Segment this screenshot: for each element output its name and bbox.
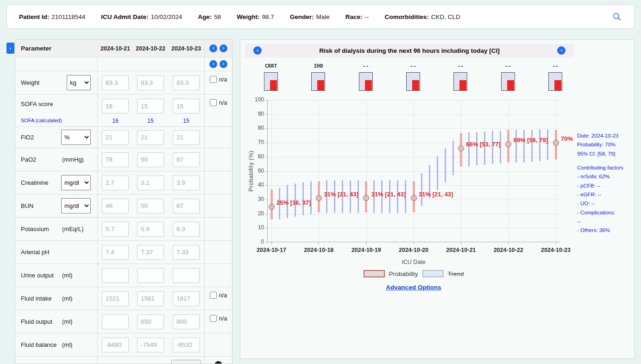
input-weight-2024-10-23[interactable]	[173, 75, 200, 90]
na-label-fluid-intake: n/a	[219, 292, 227, 299]
unit-label-fluid-intake: (ml)	[62, 295, 91, 302]
date-columns-prev-button[interactable]: ‹	[209, 44, 217, 52]
legend-swatch-trend[interactable]	[422, 270, 444, 277]
dialysis-icon-red-bar	[365, 80, 372, 90]
input-bun-2024-10-21[interactable]	[102, 199, 129, 213]
info-line-pcfb: - pCFB: --	[577, 182, 633, 190]
na-checkbox-fluid-intake[interactable]	[210, 292, 217, 299]
input-creatinine-2024-10-23[interactable]	[173, 176, 200, 190]
input-sofa-score-2024-10-21[interactable]	[102, 99, 129, 113]
probability-marker-2024-10-23[interactable]	[553, 140, 559, 146]
patient-field-icu-admit-date: ICU Admit Date:10/02/2024	[101, 13, 182, 20]
info-line-probability-7: Probability: 70%	[577, 140, 633, 149]
header-nav-cell: ‹›	[204, 40, 232, 57]
input-fluid-balance-2024-10-22[interactable]	[137, 338, 164, 352]
legend-label-probability[interactable]: Probability	[389, 270, 418, 277]
value-cell-fluid-balance	[133, 333, 168, 356]
probability-marker-2024-10-19[interactable]	[363, 195, 369, 201]
patient-field-label: Patient Id:	[19, 13, 49, 20]
sofa-calculated-value: 16	[98, 118, 133, 124]
unit-select-creatinine[interactable]: mg/dl	[61, 175, 91, 190]
input-sofa-score-2024-10-22[interactable]	[137, 99, 164, 113]
probability-marker-2024-10-22[interactable]	[505, 141, 511, 147]
date-columns-next-button[interactable]: ›	[220, 44, 227, 52]
chart-legend: ProbabilityTrend	[267, 270, 560, 277]
na-checkbox-weight[interactable]	[210, 76, 217, 83]
chart-next-button[interactable]: ›	[557, 46, 566, 55]
dialysis-type-label-5: --	[490, 63, 527, 69]
info-line-date-2024-10: Date: 2024-10-23	[577, 132, 633, 140]
input-weight-2024-10-21[interactable]	[102, 75, 129, 90]
date-columns-secondary-prev-button[interactable]: ‹	[209, 60, 217, 68]
input-fluid-intake-2024-10-23[interactable]	[173, 291, 200, 306]
unit-select-fio2[interactable]: %	[61, 130, 91, 145]
probability-marker-2024-10-18[interactable]	[316, 195, 322, 201]
dialysis-icon-red-bar	[412, 80, 419, 90]
input-fluid-intake-2024-10-21[interactable]	[102, 291, 129, 306]
param-row-pao2: PaO2(mmHg)	[15, 148, 232, 171]
param-label-cell-bun: BUNmg/dl	[15, 195, 98, 217]
subheader-empty-cell	[168, 57, 204, 71]
x-tick-mark	[509, 242, 509, 245]
input-pao2-2024-10-23[interactable]	[173, 152, 200, 167]
table-header-row: Parameter2024-10-212024-10-222024-10-23‹…	[15, 40, 232, 57]
collapse-left-panel-button[interactable]: ‹	[6, 43, 14, 54]
dialysis-type-label-1: IHD	[300, 63, 337, 69]
x-date-label: 2024-10-20	[391, 247, 436, 253]
param-row-urine-output: Urine output(ml)	[15, 264, 232, 287]
input-urine-output-2024-10-21[interactable]	[102, 268, 129, 283]
value-cell-creatinine	[168, 171, 204, 194]
gridline-vertical	[319, 100, 319, 242]
chart-prev-button[interactable]: ‹	[253, 46, 262, 55]
legend-label-trend[interactable]: Trend	[448, 270, 464, 277]
legend-swatch-probability[interactable]	[364, 270, 385, 277]
na-checkbox-fluid-output[interactable]	[210, 315, 217, 322]
input-arterial-ph-2024-10-21[interactable]	[102, 245, 129, 260]
input-urine-output-2024-10-22[interactable]	[137, 268, 164, 283]
value-cell-weight	[133, 71, 168, 94]
sofa-calculated-value: 15	[168, 118, 204, 124]
input-urine-output-2024-10-23[interactable]	[173, 268, 200, 283]
value-cell-fluid-intake	[168, 287, 204, 310]
input-fluid-output-2024-10-22[interactable]	[137, 314, 164, 329]
input-pao2-2024-10-21[interactable]	[102, 152, 129, 167]
probability-marker-2024-10-20[interactable]	[411, 195, 417, 201]
input-potassium-2024-10-23[interactable]	[173, 222, 200, 237]
dialysis-type-label-2: --	[347, 63, 384, 69]
param-name-weight: Weight	[21, 79, 39, 86]
input-fio2-2024-10-22[interactable]	[137, 130, 164, 145]
input-fluid-intake-2024-10-22[interactable]	[137, 291, 164, 306]
input-potassium-2024-10-22[interactable]	[137, 222, 164, 237]
input-fluid-output-2024-10-21[interactable]	[102, 314, 129, 329]
input-creatinine-2024-10-21[interactable]	[102, 176, 129, 190]
probability-marker-2024-10-21[interactable]	[458, 145, 464, 151]
input-fluid-output-2024-10-23[interactable]	[173, 314, 200, 329]
input-weight-2024-10-22[interactable]	[137, 75, 164, 90]
input-bun-2024-10-23[interactable]	[173, 199, 200, 213]
param-name-fluid-intake: Fluid intake	[21, 295, 51, 302]
submit-button-partial[interactable]	[171, 360, 201, 364]
unit-select-bun[interactable]: mg/dl	[61, 198, 91, 213]
param-label-cell-arterial-ph: Arterial pH	[15, 241, 98, 264]
input-potassium-2024-10-21[interactable]	[102, 222, 129, 237]
probability-marker-2024-10-17[interactable]	[269, 204, 275, 210]
scroll-next-button-partial[interactable]: ›	[214, 361, 222, 364]
sofa-calculated-label: SOFA (calculated)	[15, 118, 98, 124]
input-bun-2024-10-22[interactable]	[137, 199, 164, 213]
patient-field-age: Age:58	[198, 13, 221, 20]
unit-select-weight[interactable]: kg	[67, 75, 91, 90]
date-columns-secondary-next-button[interactable]: ›	[220, 60, 227, 68]
input-fluid-balance-2024-10-21[interactable]	[102, 338, 129, 352]
input-arterial-ph-2024-10-22[interactable]	[137, 245, 164, 260]
search-icon[interactable]	[612, 12, 622, 22]
input-fio2-2024-10-23[interactable]	[173, 130, 200, 145]
x-tick-mark	[319, 242, 319, 245]
input-creatinine-2024-10-22[interactable]	[137, 176, 164, 190]
input-arterial-ph-2024-10-23[interactable]	[173, 245, 200, 260]
advanced-options-link[interactable]: Advanced Options	[386, 284, 441, 291]
input-pao2-2024-10-22[interactable]	[137, 152, 164, 167]
input-sofa-score-2024-10-23[interactable]	[173, 99, 200, 113]
input-fluid-balance-2024-10-23[interactable]	[173, 338, 200, 352]
input-fio2-2024-10-21[interactable]	[102, 130, 129, 145]
na-checkbox-sofa-score[interactable]	[210, 99, 217, 106]
